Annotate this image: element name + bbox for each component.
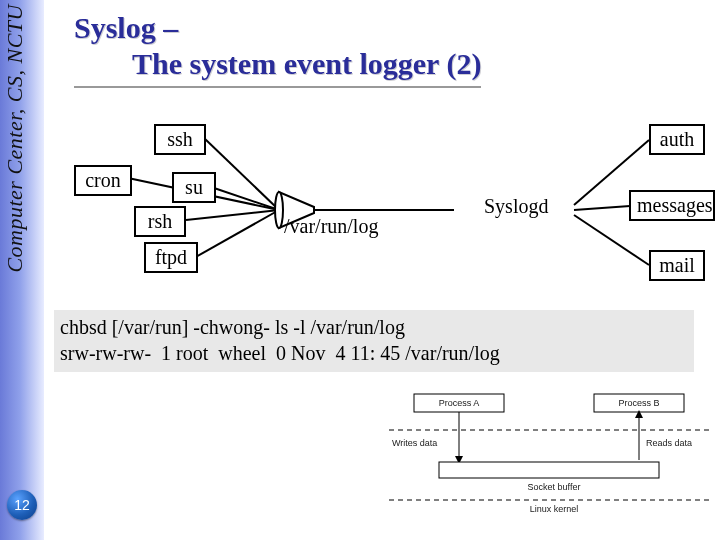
terminal-line2: srw-rw-rw- 1 root wheel 0 Nov 4 11: 45 /… — [60, 340, 688, 366]
syslog-diagram: ssh cron su rsh ftpd /var/run/log Syslog… — [54, 110, 714, 290]
sender-cron: cron — [85, 169, 121, 191]
sink-mail-box: mail — [649, 250, 705, 281]
title-line1-a: Syslog — [74, 11, 156, 44]
terminal-line1: chbsd [/var/run] -chwong- ls -l /var/run… — [60, 314, 688, 340]
sender-ftpd-box: ftpd — [144, 242, 198, 273]
slide-content: Syslog – The system event logger (2) ssh… — [44, 0, 720, 540]
proc-b-label: Process B — [609, 398, 669, 408]
title-dash: – — [156, 11, 179, 44]
sender-rsh: rsh — [148, 210, 172, 232]
sender-rsh-box: rsh — [134, 206, 186, 237]
page-number-badge: 12 — [7, 490, 37, 520]
rail-org-label: Computer Center, CS, NCTU — [2, 4, 28, 273]
sender-su: su — [185, 176, 203, 198]
process-diagram-svg — [384, 390, 714, 520]
sink-messages: messages — [637, 194, 713, 216]
sender-ftpd: ftpd — [155, 246, 187, 268]
process-diagram: Process A Process B Writes data Reads da… — [384, 390, 714, 520]
writes-label: Writes data — [392, 438, 452, 448]
socket-path-label: /var/run/log — [284, 215, 378, 238]
left-rail: Computer Center, CS, NCTU — [0, 0, 44, 540]
reads-label: Reads data — [646, 438, 706, 448]
sender-ssh-box: ssh — [154, 124, 206, 155]
svg-rect-17 — [439, 462, 659, 478]
svg-point-6 — [275, 192, 283, 228]
sender-su-box: su — [172, 172, 216, 203]
syslogd-label: Syslogd — [484, 195, 548, 218]
sink-mail: mail — [659, 254, 695, 276]
kernel-label: Linux kernel — [524, 504, 584, 514]
sender-ssh: ssh — [167, 128, 193, 150]
page-number-text: 12 — [14, 497, 30, 513]
sink-messages-box: messages — [629, 190, 715, 221]
slide-title: Syslog – The system event logger (2) — [74, 10, 700, 88]
proc-a-label: Process A — [429, 398, 489, 408]
socket-buffer-label: Socket buffer — [519, 482, 589, 492]
sink-auth: auth — [660, 128, 694, 150]
sender-cron-box: cron — [74, 165, 132, 196]
svg-line-10 — [574, 215, 649, 265]
title-line2: The system event logger (2) — [74, 46, 481, 88]
sink-auth-box: auth — [649, 124, 705, 155]
terminal-snippet: chbsd [/var/run] -chwong- ls -l /var/run… — [54, 310, 694, 372]
